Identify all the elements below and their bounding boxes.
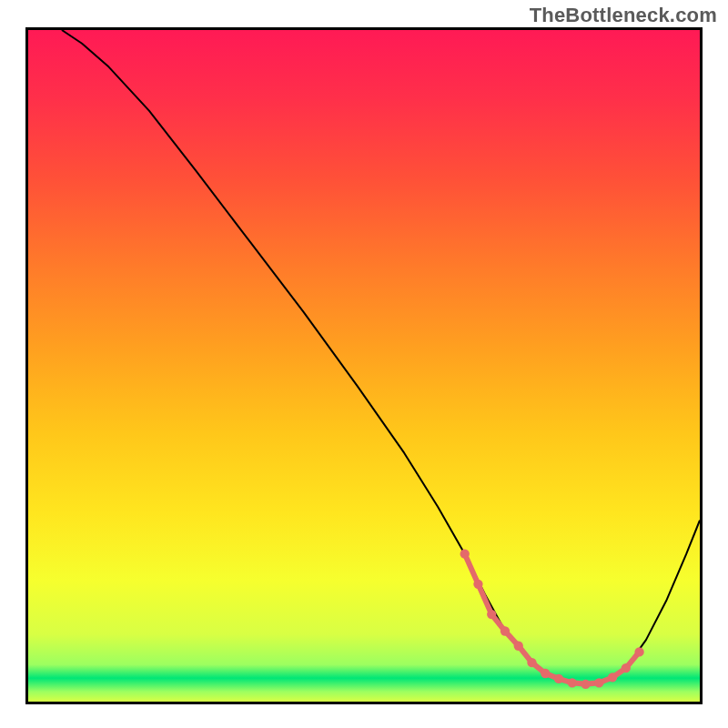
bottleneck-marker-dot xyxy=(473,580,482,589)
plot-frame xyxy=(25,27,703,704)
bottleneck-marker-dot xyxy=(487,610,496,619)
bottleneck-marker-dot xyxy=(460,549,470,558)
watermark-text: TheBottleneck.com xyxy=(530,4,717,27)
bottleneck-marker-dot xyxy=(594,678,603,687)
bottleneck-marker-dot xyxy=(541,669,550,678)
bottleneck-marker-dot xyxy=(527,658,536,667)
bottleneck-marker-dot xyxy=(568,678,577,687)
bottleneck-marker-dot xyxy=(634,647,643,656)
bottleneck-marker-dot xyxy=(500,626,510,635)
bottleneck-marker-dot xyxy=(581,680,590,689)
plot-svg xyxy=(28,30,700,702)
chart-container: TheBottleneck.com xyxy=(0,0,728,728)
gradient-background xyxy=(28,30,700,702)
bottleneck-marker-dot xyxy=(554,674,563,683)
bottleneck-marker-dot xyxy=(514,642,523,651)
bottleneck-marker-dot xyxy=(622,663,631,672)
bottleneck-marker-dot xyxy=(608,672,617,682)
